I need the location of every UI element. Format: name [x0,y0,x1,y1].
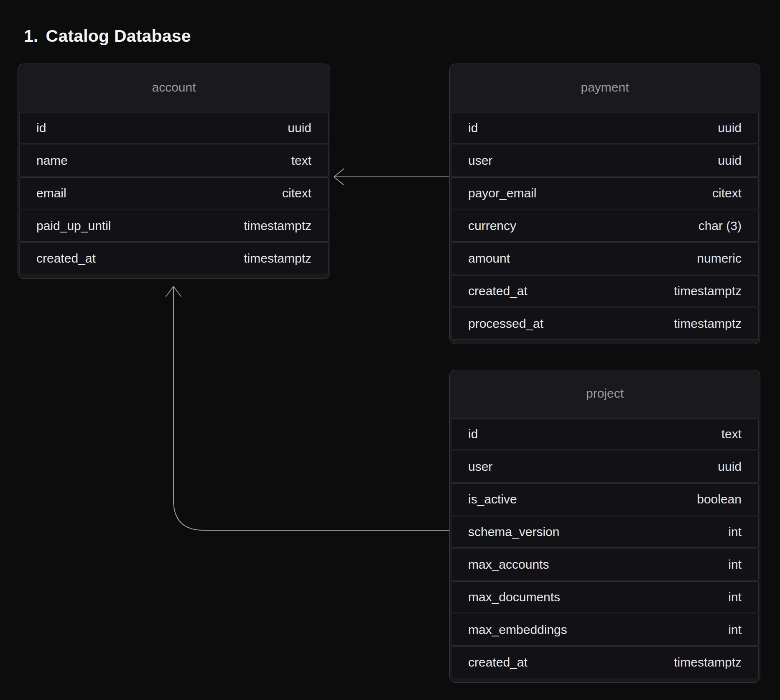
column-name: currency [468,219,516,233]
column-name: max_accounts [468,557,549,572]
column-name: id [36,121,46,135]
column-row-id: idtext [451,418,759,450]
table-project[interactable]: project idtextuseruuidis_activebooleansc… [449,370,760,683]
column-name: processed_at [468,317,543,331]
schema-diagram-canvas: 1. Catalog Database account iduuidnamete… [0,0,780,700]
column-type: int [728,557,742,572]
column-name: max_embeddings [468,623,567,637]
column-row-payor_email: payor_emailcitext [451,177,759,209]
column-name: id [468,427,478,441]
table-account-title: account [152,80,196,95]
page-title-text: Catalog Database [46,26,191,46]
column-type: timestamptz [674,655,742,669]
column-type: boolean [697,492,742,506]
column-type: uuid [718,153,742,168]
column-type: citext [712,186,742,200]
column-name: created_at [468,284,528,298]
column-name: email [36,186,66,200]
column-row-max_accounts: max_accountsint [451,549,759,580]
column-name: name [36,153,68,168]
column-row-user: useruuid [451,451,759,483]
column-row-paid_up_until: paid_up_untiltimestamptz [19,210,329,242]
relationship-arrow-payment-to-account [334,169,449,185]
column-row-max_documents: max_documentsint [451,581,759,613]
page-title-number: 1. [24,26,38,46]
column-name: paid_up_until [36,219,111,233]
column-name: is_active [468,492,517,506]
column-name: created_at [468,655,528,669]
column-name: payor_email [468,186,536,200]
column-type: timestamptz [244,251,311,266]
column-name: max_documents [468,590,560,604]
table-payment-header: payment [450,64,760,111]
column-row-amount: amountnumeric [451,243,759,274]
column-row-created_at: created_attimestamptz [451,646,759,678]
column-row-max_embeddings: max_embeddingsint [451,614,759,646]
column-row-email: emailcitext [19,177,329,209]
column-row-currency: currencychar (3) [451,210,759,242]
column-type: uuid [288,121,311,135]
table-payment[interactable]: payment iduuiduseruuidpayor_emailcitextc… [449,64,760,344]
table-project-rows: idtextuseruuidis_activebooleanschema_ver… [450,417,760,682]
table-account-rows: iduuidnametextemailcitextpaid_up_untilti… [18,111,330,278]
table-project-header: project [450,370,760,417]
column-name: amount [468,251,510,266]
column-name: id [468,121,478,135]
column-row-is_active: is_activeboolean [451,483,759,515]
column-row-name: nametext [19,145,329,176]
column-type: timestamptz [674,284,742,298]
table-account-header: account [18,64,330,111]
table-payment-rows: iduuiduseruuidpayor_emailcitextcurrencyc… [450,111,760,344]
column-type: numeric [697,251,742,266]
column-row-created_at: created_attimestamptz [19,243,329,274]
column-type: uuid [718,121,742,135]
column-type: citext [282,186,311,200]
column-type: char (3) [698,219,742,233]
column-name: user [468,460,492,474]
table-account[interactable]: account iduuidnametextemailcitextpaid_up… [18,64,330,279]
column-name: user [468,153,492,168]
column-name: schema_version [468,525,559,539]
column-type: int [728,525,742,539]
column-row-id: iduuid [451,112,759,144]
column-type: int [728,590,742,604]
column-row-user: useruuid [451,145,759,176]
column-row-processed_at: processed_attimestamptz [451,308,759,340]
relationship-arrow-project-to-account [166,286,449,530]
column-type: uuid [718,460,742,474]
column-type: timestamptz [244,219,311,233]
column-row-id: iduuid [19,112,329,144]
page-title: 1. Catalog Database [24,26,191,46]
column-row-schema_version: schema_versionint [451,516,759,548]
column-type: text [721,427,742,441]
table-payment-title: payment [581,80,629,95]
column-type: text [291,153,311,168]
table-project-title: project [586,386,624,401]
column-name: created_at [36,251,96,266]
column-row-created_at: created_attimestamptz [451,275,759,307]
column-type: timestamptz [674,317,742,331]
column-type: int [728,623,742,637]
